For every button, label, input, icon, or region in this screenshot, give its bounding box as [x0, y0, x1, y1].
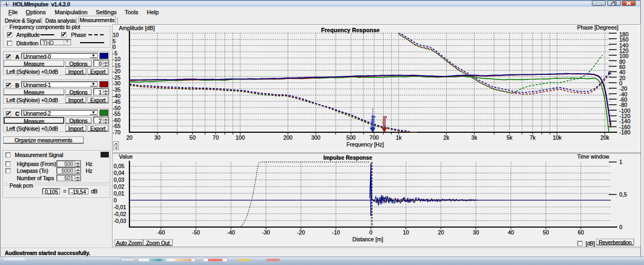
svg-text:50: 50	[189, 134, 196, 141]
svg-text:Distance [m]: Distance [m]	[353, 236, 383, 242]
svg-text:100: 100	[236, 134, 245, 141]
svg-text:-60: -60	[113, 117, 120, 123]
svg-text:0: 0	[369, 229, 373, 235]
svg-text:5: 5	[113, 38, 116, 44]
svg-text:Value: Value	[119, 153, 133, 160]
svg-text:-60: -60	[157, 229, 165, 235]
svg-text:-30: -30	[262, 229, 270, 235]
svg-text:Frequency Response: Frequency Response	[321, 27, 379, 33]
svg-text:-45: -45	[113, 99, 120, 105]
svg-text:20: 20	[126, 134, 133, 141]
svg-text:500: 500	[346, 134, 356, 141]
svg-text:Time window: Time window	[577, 153, 609, 160]
svg-text:0,02: 0,02	[114, 183, 125, 190]
svg-text:Frequency [Hz]: Frequency [Hz]	[346, 141, 384, 148]
svg-text:300: 300	[311, 134, 320, 141]
svg-text:10: 10	[403, 229, 409, 235]
svg-text:Gating: Gating	[381, 116, 387, 130]
svg-text:-10: -10	[113, 56, 120, 62]
svg-text:0: 0	[114, 197, 117, 203]
svg-text:-20: -20	[297, 229, 305, 235]
svg-text:70: 70	[213, 134, 219, 141]
svg-text:0: 0	[619, 224, 622, 230]
svg-text:20k: 20k	[600, 134, 610, 141]
svg-text:-35: -35	[113, 86, 120, 93]
svg-text:-15: -15	[113, 62, 120, 68]
svg-text:10: 10	[113, 32, 119, 38]
svg-text:30: 30	[473, 229, 479, 235]
svg-text:Impulse Response: Impulse Response	[324, 154, 373, 161]
svg-text:60: 60	[578, 229, 584, 235]
svg-text:Timing: Timing	[370, 115, 375, 130]
svg-text:700: 700	[369, 134, 379, 141]
svg-text:0,5: 0,5	[619, 191, 627, 198]
svg-text:0: 0	[113, 44, 116, 50]
svg-text:2k: 2k	[444, 134, 450, 141]
svg-text:-50: -50	[113, 105, 120, 111]
svg-text:10k: 10k	[552, 134, 562, 141]
svg-text:-25: -25	[113, 74, 120, 81]
svg-text:Amplitude [dB]: Amplitude [dB]	[119, 25, 155, 31]
svg-text:1: 1	[619, 159, 622, 165]
svg-text:-20: -20	[113, 68, 120, 74]
svg-text:-0,01: -0,01	[114, 204, 126, 210]
svg-text:30: 30	[154, 134, 160, 141]
svg-text:0,01: 0,01	[114, 190, 125, 197]
svg-text:-10: -10	[332, 229, 340, 235]
svg-text:-0,03: -0,03	[114, 218, 126, 224]
svg-text:200: 200	[283, 134, 293, 141]
svg-text:0,05: 0,05	[114, 163, 125, 169]
svg-text:5k: 5k	[507, 134, 513, 141]
svg-text:0,03: 0,03	[114, 176, 125, 183]
svg-text:-30: -30	[113, 80, 120, 86]
svg-text:40: 40	[508, 229, 514, 235]
svg-text:-50: -50	[192, 229, 200, 235]
svg-text:-180: -180	[619, 129, 630, 135]
svg-text:-55: -55	[113, 111, 120, 117]
svg-text:-70: -70	[113, 129, 120, 135]
svg-text:-40: -40	[113, 93, 120, 99]
svg-text:-5: -5	[113, 50, 117, 56]
svg-text:3k: 3k	[471, 134, 478, 141]
svg-text:-0,02: -0,02	[114, 211, 126, 217]
svg-text:7k: 7k	[530, 134, 536, 141]
svg-text:1k: 1k	[396, 134, 402, 141]
svg-text:20: 20	[438, 229, 444, 235]
svg-text:50: 50	[543, 229, 549, 235]
svg-text:0,04: 0,04	[114, 170, 125, 176]
svg-text:-40: -40	[227, 229, 235, 235]
svg-text:Phase [Degrees]: Phase [Degrees]	[577, 24, 618, 31]
svg-text:-65: -65	[113, 123, 120, 129]
